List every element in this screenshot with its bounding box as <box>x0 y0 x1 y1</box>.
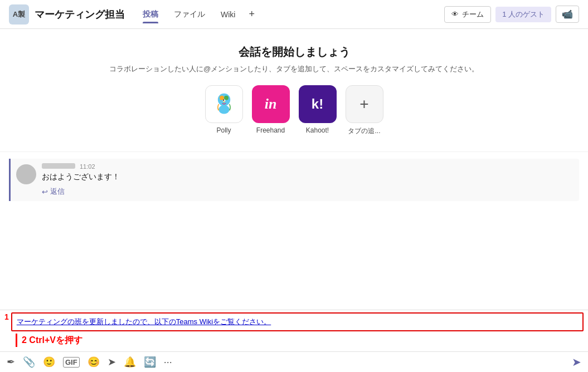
messages-area: 11:02 おはようございます！ ↩ 返信 <box>0 152 588 310</box>
compose-area: 1 マーケティングの班を更新しましたので、以下のTeams Wikiをご覧くださ… <box>0 310 588 351</box>
welcome-desc: コラボレーションしたい人に@メンションしたり、タブを追加して、スペースをカスタマ… <box>11 64 577 74</box>
attach-icon[interactable]: 📎 <box>23 356 35 368</box>
message-item: 11:02 おはようございます！ ↩ 返信 <box>9 159 579 201</box>
loop-icon[interactable]: 🔄 <box>144 356 156 368</box>
praise-icon[interactable]: 🔔 <box>124 356 136 368</box>
add-tab-label: タブの追... <box>348 126 380 136</box>
app-kahoot[interactable]: k! Kahoot! <box>299 85 337 136</box>
gif-icon[interactable]: GIF <box>63 357 80 368</box>
header-actions: 👁 チーム 1 人のゲスト 📹 <box>444 6 579 23</box>
compose-step2: 2 Ctrl+Vを押す <box>0 331 588 351</box>
freehand-text: in <box>265 96 277 112</box>
immersive-icon[interactable]: ➤ <box>108 356 116 368</box>
reply-label: 返信 <box>50 187 65 197</box>
step2-label: 2 Ctrl+Vを押す <box>22 335 82 346</box>
step1-number: 1 <box>4 312 9 321</box>
kahoot-icon: k! <box>299 85 337 123</box>
header: A製 マーケティング担当 投稿 ファイル Wiki + 👁 チーム 1 人のゲス… <box>0 0 588 29</box>
compose-text: マーケティングの班を更新しましたので、以下のTeams Wikiをご覧ください。 <box>17 317 271 326</box>
video-button[interactable]: 📹 <box>556 6 579 23</box>
add-tab-button[interactable]: + <box>244 6 259 22</box>
send-button[interactable]: ➤ <box>572 355 581 369</box>
add-icon-text: + <box>359 95 368 113</box>
sender-name <box>42 163 75 169</box>
freehand-label: Freehand <box>256 126 285 134</box>
app-add-tab[interactable]: + タブの追... <box>346 85 383 136</box>
format-icon[interactable]: ✒ <box>7 356 15 368</box>
message-time: 11:02 <box>80 163 95 170</box>
step2-bar <box>16 334 17 347</box>
add-tab-icon: + <box>346 85 383 123</box>
guest-button[interactable]: 1 人のゲスト <box>495 7 551 22</box>
polly-icon <box>205 85 243 123</box>
message-content: 11:02 おはようございます！ ↩ 返信 <box>42 163 574 197</box>
reply-button[interactable]: ↩ 返信 <box>42 187 574 197</box>
team-avatar: A製 <box>9 4 29 25</box>
channel-title: マーケティング担当 <box>35 8 125 21</box>
tab-files[interactable]: ファイル <box>167 6 212 23</box>
svg-point-5 <box>223 100 224 101</box>
welcome-section: 会話を開始しましょう コラボレーションしたい人に@メンションしたり、タブを追加し… <box>0 29 588 152</box>
freehand-icon: in <box>252 85 290 123</box>
team-button[interactable]: 👁 チーム <box>444 6 491 23</box>
compose-step1: 1 マーケティングの班を更新しましたので、以下のTeams Wikiをご覧くださ… <box>0 310 588 331</box>
sticker-icon[interactable]: 😊 <box>88 356 100 368</box>
team-label: チーム <box>462 9 484 19</box>
app-freehand[interactable]: in Freehand <box>252 85 290 136</box>
polly-label: Polly <box>216 126 231 134</box>
welcome-title: 会話を開始しましょう <box>11 45 577 60</box>
more-options-icon[interactable]: ··· <box>164 356 172 368</box>
reply-icon: ↩ <box>42 188 48 196</box>
message-header: 11:02 <box>42 163 574 170</box>
avatar <box>16 164 36 184</box>
svg-point-1 <box>218 105 229 114</box>
video-icon: 📹 <box>562 9 573 19</box>
eye-icon: 👁 <box>451 10 459 18</box>
main-content: 会話を開始しましょう コラボレーションしたい人に@メンションしたり、タブを追加し… <box>0 29 588 372</box>
apps-row: Polly in Freehand k! Kahoot! + <box>11 85 577 136</box>
tab-wiki[interactable]: Wiki <box>214 7 242 22</box>
kahoot-label: Kahoot! <box>306 126 329 134</box>
tab-posts[interactable]: 投稿 <box>136 6 165 23</box>
kahoot-text: k! <box>312 96 323 112</box>
emoji-icon[interactable]: 🙂 <box>43 356 55 368</box>
message-text: おはようございます！ <box>42 172 574 182</box>
app-polly[interactable]: Polly <box>205 85 243 136</box>
tab-bar: 投稿 ファイル Wiki + <box>136 6 259 23</box>
compose-toolbar: ✒ 📎 🙂 GIF 😊 ➤ 🔔 🔄 ··· ➤ <box>0 351 588 372</box>
compose-input[interactable]: マーケティングの班を更新しましたので、以下のTeams Wikiをご覧ください。 <box>11 312 584 331</box>
